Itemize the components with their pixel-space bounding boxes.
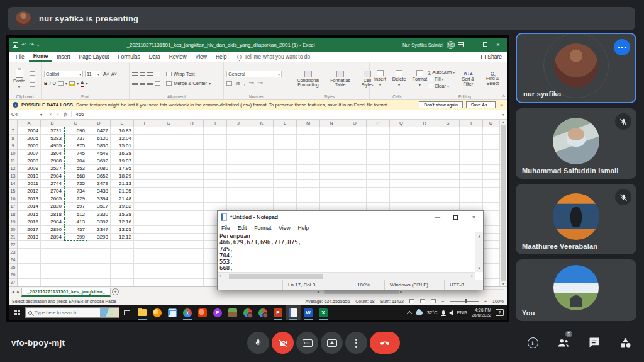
- cell-E15[interactable]: 21.35: [111, 188, 134, 195]
- cell-S8[interactable]: [436, 135, 460, 142]
- cell-C15[interactable]: 734: [64, 188, 87, 195]
- row-header-16[interactable]: 16: [9, 195, 18, 203]
- camera-off-button[interactable]: [272, 332, 294, 354]
- decrease-decimal-icon[interactable]: ⁻⁰⁰: [258, 81, 263, 86]
- cell-P15[interactable]: [367, 188, 390, 195]
- cell-H21[interactable]: [180, 234, 204, 241]
- cell-M9[interactable]: [297, 142, 320, 150]
- font-name-combo[interactable]: Calibri▾: [44, 71, 83, 77]
- cell-J7[interactable]: [227, 127, 250, 135]
- cell-Q17[interactable]: [390, 203, 413, 210]
- tile-more-options-button[interactable]: [614, 39, 630, 55]
- cell-O11[interactable]: [343, 157, 367, 165]
- cell-H9[interactable]: [180, 142, 204, 150]
- row-header-25[interactable]: 25: [9, 264, 18, 271]
- format-painter-icon[interactable]: [30, 82, 35, 87]
- row-header-10[interactable]: 10: [9, 150, 18, 157]
- cell-U26[interactable]: [483, 271, 499, 279]
- column-header-G[interactable]: G: [157, 120, 180, 127]
- cell-D11[interactable]: 3692: [87, 157, 111, 165]
- notepad-vertical-scrollbar[interactable]: ▲▼: [475, 232, 483, 272]
- cell-H27[interactable]: [180, 279, 204, 286]
- cell-R16[interactable]: [413, 195, 436, 203]
- column-header-J[interactable]: J: [227, 120, 250, 127]
- cell-F15[interactable]: [134, 188, 157, 195]
- cell-D17[interactable]: 3517: [87, 203, 111, 210]
- cell-U8[interactable]: [483, 135, 499, 142]
- cell-G18[interactable]: [157, 211, 180, 218]
- cell-H8[interactable]: [180, 135, 204, 142]
- cell-C23[interactable]: [64, 249, 87, 256]
- shrink-font-icon[interactable]: A˅: [111, 72, 117, 76]
- tray-expand-icon[interactable]: [407, 310, 412, 315]
- cell-U15[interactable]: [483, 188, 499, 195]
- save-as-button[interactable]: Save As...: [466, 101, 496, 108]
- cell-G10[interactable]: [157, 150, 180, 157]
- conditional-formatting-button[interactable]: Conditional Formatting: [292, 64, 325, 93]
- cell-S9[interactable]: [436, 142, 460, 150]
- cell-K12[interactable]: [250, 165, 274, 173]
- page-layout-view-icon[interactable]: [420, 299, 425, 303]
- cell-I17[interactable]: [204, 203, 227, 210]
- notepad-hscroll-thumb[interactable]: [229, 274, 323, 279]
- excel-tab-insert[interactable]: Insert: [52, 52, 74, 61]
- cell-F24[interactable]: [134, 256, 157, 264]
- cell-R8[interactable]: [413, 135, 436, 142]
- excel-close-button[interactable]: ×: [493, 42, 503, 48]
- cell-A14[interactable]: 2011: [18, 180, 41, 188]
- align-middle-icon[interactable]: [140, 72, 145, 76]
- cell-P16[interactable]: [367, 195, 390, 203]
- cell-T10[interactable]: [460, 150, 483, 157]
- excel-tab-home[interactable]: Home: [29, 52, 53, 62]
- cell-R15[interactable]: [413, 188, 436, 195]
- cell-G27[interactable]: [157, 279, 180, 286]
- cell-D14[interactable]: 3479: [87, 180, 111, 188]
- cell-A8[interactable]: 2005: [18, 135, 41, 142]
- cell-P11[interactable]: [367, 157, 390, 165]
- row-header-22[interactable]: 22: [9, 241, 18, 249]
- ribbon-display-options-icon[interactable]: [458, 42, 464, 47]
- cell-B14[interactable]: 2744: [41, 180, 64, 188]
- cell-N13[interactable]: [320, 173, 343, 180]
- row-header-7[interactable]: 7: [9, 127, 18, 135]
- cell-Q10[interactable]: [390, 150, 413, 157]
- cell-P9[interactable]: [367, 142, 390, 150]
- excel-minimize-button[interactable]: —: [467, 42, 477, 48]
- cell-D22[interactable]: [87, 241, 111, 249]
- cell-F8[interactable]: [134, 135, 157, 142]
- cell-N10[interactable]: [320, 150, 343, 157]
- cell-I14[interactable]: [204, 180, 227, 188]
- undo-icon[interactable]: ↶: [21, 42, 26, 48]
- cell-U22[interactable]: [483, 241, 499, 249]
- cell-M17[interactable]: [297, 203, 320, 210]
- cell-L14[interactable]: [274, 180, 297, 188]
- sheet-tab[interactable]: _202110271131501_kes_jangkitan_: [21, 288, 111, 297]
- font-color-icon[interactable]: A: [80, 80, 84, 87]
- cell-C17[interactable]: 697: [64, 203, 87, 210]
- cell-F27[interactable]: [134, 279, 157, 286]
- cell-D21[interactable]: 3293: [87, 234, 111, 241]
- cell-H23[interactable]: [180, 249, 204, 256]
- align-left-icon[interactable]: [132, 81, 138, 86]
- column-header-M[interactable]: M: [297, 120, 320, 127]
- cell-O15[interactable]: [343, 188, 367, 195]
- format-as-table-button[interactable]: Format as Table: [327, 64, 353, 93]
- cell-S17[interactable]: [436, 203, 460, 210]
- cell-F26[interactable]: [134, 271, 157, 279]
- cell-N15[interactable]: [320, 188, 343, 195]
- percent-style-icon[interactable]: %: [236, 81, 240, 86]
- taskbar-app-picsart[interactable]: P: [210, 305, 225, 320]
- cell-H18[interactable]: [180, 211, 204, 218]
- name-box[interactable]: C4▾: [9, 110, 45, 119]
- cell-D26[interactable]: [87, 271, 111, 279]
- row-header-11[interactable]: 11: [9, 157, 18, 165]
- cell-E7[interactable]: 10.83: [111, 127, 134, 135]
- more-options-button[interactable]: [345, 332, 367, 354]
- cell-S14[interactable]: [436, 180, 460, 188]
- bold-button[interactable]: B: [44, 81, 47, 86]
- cell-A15[interactable]: 2012: [18, 188, 41, 195]
- cell-B25[interactable]: [41, 264, 64, 271]
- cell-F16[interactable]: [134, 195, 157, 203]
- cell-L12[interactable]: [274, 165, 297, 173]
- cell-E27[interactable]: [111, 279, 134, 286]
